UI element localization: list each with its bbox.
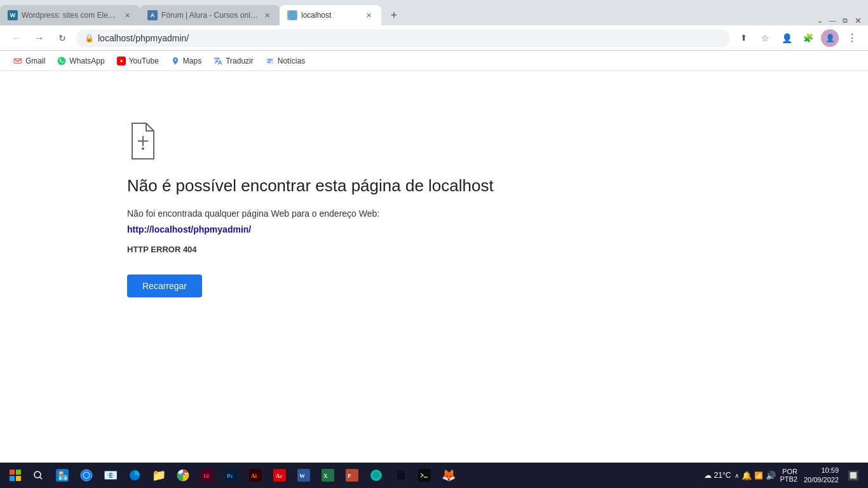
taskbar-app-photoshop[interactable]: Ps bbox=[220, 464, 243, 487]
svg-point-20 bbox=[81, 470, 92, 481]
taskbar-apps: 🏪 📧 📁 Id Ps Ai Ac W X P bbox=[51, 464, 702, 487]
bookmark-whatsapp-label: WhatsApp bbox=[69, 57, 104, 65]
weather-widget[interactable]: ☁ 21°C bbox=[704, 471, 731, 480]
taskbar: 🏪 📧 📁 Id Ps Ai Ac W X P bbox=[0, 463, 868, 488]
taskbar-app-powerpoint[interactable]: P bbox=[341, 464, 363, 487]
address-bar: ← → ↻ 🔒 localhost/phpmyadmin/ ⬆ ☆ 👤 🧩 👤 … bbox=[0, 25, 868, 51]
taskbar-app-excel[interactable]: X bbox=[316, 464, 339, 487]
browser-chrome: W Wordpress: sites com Elementor ✕ A Fór… bbox=[0, 0, 868, 71]
svg-text:X: X bbox=[323, 473, 328, 479]
taskbar-app-files[interactable]: 📁 bbox=[147, 464, 170, 487]
news-icon bbox=[265, 56, 275, 66]
extensions-icon[interactable]: 🧩 bbox=[799, 29, 817, 47]
bookmark-maps[interactable]: Maps bbox=[165, 53, 207, 69]
bookmark-icon[interactable]: ☆ bbox=[756, 29, 774, 47]
bookmark-gmail[interactable]: Gmail bbox=[8, 53, 50, 69]
svg-point-39 bbox=[373, 472, 379, 478]
svg-text:Id: Id bbox=[203, 473, 209, 479]
forward-button[interactable]: → bbox=[31, 29, 48, 47]
bookmark-news[interactable]: Notícias bbox=[260, 53, 310, 69]
taskbar-app-terminal[interactable] bbox=[413, 464, 436, 487]
tab-search-icon[interactable]: ⌄ bbox=[815, 15, 825, 25]
bookmarks-bar: Gmail WhatsApp YouTube Maps Traduzir bbox=[0, 51, 868, 71]
search-button[interactable] bbox=[28, 465, 48, 485]
lock-icon: 🔒 bbox=[84, 33, 94, 43]
minimize-icon[interactable]: — bbox=[827, 15, 837, 25]
profile-button[interactable]: 👤 bbox=[821, 29, 839, 47]
reload-page-button[interactable]: Recarregar bbox=[127, 274, 202, 297]
tab-wordpress[interactable]: W Wordpress: sites com Elementor ✕ bbox=[0, 5, 140, 25]
page-content: Não é possível encontrar esta página de … bbox=[0, 71, 868, 463]
svg-text:Ps: Ps bbox=[227, 473, 233, 479]
weather-icon: ☁ bbox=[704, 471, 712, 480]
bookmark-translate-label: Traduzir bbox=[226, 57, 254, 65]
back-button[interactable]: ← bbox=[8, 29, 25, 47]
translate-icon bbox=[213, 56, 223, 66]
error-title: Não é possível encontrar esta página de … bbox=[127, 175, 494, 197]
taskbar-app-acrobat[interactable]: Ac bbox=[268, 464, 291, 487]
notifications-icon[interactable]: 🔔 bbox=[742, 471, 752, 480]
svg-rect-12 bbox=[10, 470, 15, 475]
gmail-icon bbox=[13, 56, 23, 66]
url-bar[interactable]: 🔒 localhost/phpmyadmin/ bbox=[76, 29, 729, 47]
close-icon[interactable]: ✕ bbox=[853, 15, 863, 25]
bookmark-translate[interactable]: Traduzir bbox=[208, 53, 259, 69]
reload-button[interactable]: ↻ bbox=[53, 29, 71, 47]
clock[interactable]: 10:59 20/09/2022 bbox=[804, 466, 839, 485]
error-description: Não foi encontrada qualquer página Web p… bbox=[127, 207, 494, 220]
taskbar-app-illustrator[interactable]: Ai bbox=[244, 464, 267, 487]
svg-rect-13 bbox=[16, 470, 21, 475]
network-icon[interactable]: 📶 bbox=[754, 471, 763, 480]
taskbar-app-vm[interactable]: 🖥 bbox=[389, 464, 412, 487]
start-button[interactable] bbox=[5, 465, 25, 485]
date-display: 20/09/2022 bbox=[804, 475, 839, 485]
error-url: http://localhost/phpmyadmin/ bbox=[127, 224, 494, 234]
more-button[interactable]: ⋮ bbox=[843, 29, 860, 47]
share-icon[interactable]: ⬆ bbox=[735, 29, 752, 47]
taskbar-app-email[interactable]: 📧 bbox=[99, 464, 122, 487]
youtube-icon bbox=[116, 56, 126, 66]
svg-rect-15 bbox=[16, 476, 21, 481]
bookmark-whatsapp[interactable]: WhatsApp bbox=[51, 53, 109, 69]
tab-alura[interactable]: A Fórum | Alura - Cursos online de ✕ bbox=[140, 5, 280, 25]
tab-close-localhost[interactable]: ✕ bbox=[363, 10, 374, 20]
taskbar-app-cortana[interactable] bbox=[75, 464, 98, 487]
taskbar-app-chrome[interactable] bbox=[172, 464, 194, 487]
svg-rect-7 bbox=[268, 60, 271, 61]
svg-rect-8 bbox=[268, 62, 271, 62]
new-tab-button[interactable]: + bbox=[384, 5, 404, 25]
up-arrow-icon[interactable]: ∧ bbox=[735, 472, 739, 479]
svg-text:🏪: 🏪 bbox=[58, 470, 69, 481]
tab-close-wordpress[interactable]: ✕ bbox=[122, 10, 132, 20]
svg-text:W: W bbox=[299, 473, 305, 479]
url-text: localhost/phpmyadmin/ bbox=[98, 33, 722, 43]
language-label: POR bbox=[782, 468, 797, 475]
taskbar-app-misc[interactable]: 🦊 bbox=[437, 464, 460, 487]
taskbar-app-browser2[interactable] bbox=[365, 464, 388, 487]
taskbar-app-store[interactable]: 🏪 bbox=[51, 464, 74, 487]
svg-rect-14 bbox=[10, 476, 15, 481]
address-icons: ⬆ ☆ 👤 🧩 👤 ⋮ bbox=[735, 29, 860, 47]
bookmark-gmail-label: Gmail bbox=[25, 57, 45, 65]
svg-rect-40 bbox=[418, 469, 431, 482]
bookmark-news-label: Notícias bbox=[278, 57, 305, 65]
taskbar-app-edge[interactable] bbox=[123, 464, 146, 487]
error-code: HTTP ERROR 404 bbox=[127, 245, 494, 254]
action-center-button[interactable]: 🔲 bbox=[843, 465, 863, 485]
tab-close-alura[interactable]: ✕ bbox=[262, 10, 272, 20]
weather-temp: 21°C bbox=[714, 471, 731, 480]
taskbar-app-word[interactable]: W bbox=[292, 464, 315, 487]
profiles-icon[interactable]: 👤 bbox=[778, 29, 796, 47]
keyboard-label: PTB2 bbox=[780, 475, 797, 483]
restore-icon[interactable]: ⧉ bbox=[840, 15, 850, 25]
taskbar-app-indesign[interactable]: Id bbox=[196, 464, 219, 487]
tab-bar: W Wordpress: sites com Elementor ✕ A Fór… bbox=[0, 0, 868, 25]
error-container: Não é possível encontrar esta página de … bbox=[127, 122, 494, 297]
bookmark-youtube[interactable]: YouTube bbox=[111, 53, 164, 69]
systray: ☁ 21°C ∧ 🔔 📶 🔊 POR PTB2 10:59 20/09/2022… bbox=[704, 465, 863, 485]
volume-icon[interactable]: 🔊 bbox=[766, 471, 776, 480]
svg-text:P: P bbox=[348, 473, 351, 479]
tab-bar-controls: ⌄ — ⧉ ✕ bbox=[815, 15, 868, 25]
tab-label-alura: Fórum | Alura - Cursos online de bbox=[161, 11, 258, 20]
tab-localhost[interactable]: 🌐 localhost ✕ bbox=[280, 5, 381, 25]
